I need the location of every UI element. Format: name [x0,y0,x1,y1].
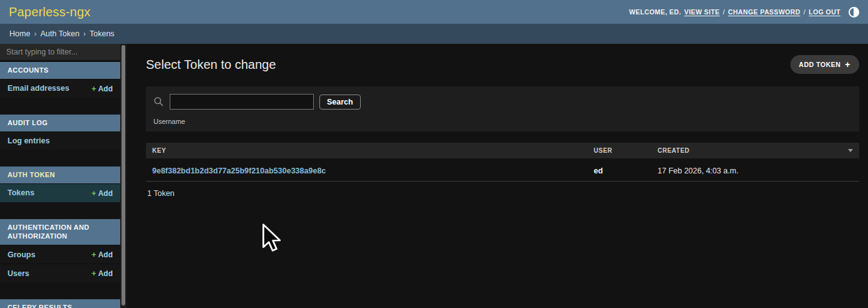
table-header-row: KEY USER CREATED [146,143,859,160]
theme-toggle-icon[interactable] [849,7,859,18]
sidebar-section-auth-token: AUTH TOKEN Tokens +Add [0,167,120,202]
sidebar: ACCOUNTS Email addresses +Add AUDIT LOG … [0,44,127,308]
sidebar-item-email-addresses[interactable]: Email addresses +Add [0,79,120,98]
add-group-link[interactable]: +Add [91,250,113,259]
sidebar-section-header-auth-token[interactable]: AUTH TOKEN [0,167,120,183]
token-user-cell: ed [587,160,651,182]
paperless-admin-window: Paperless-ngx WELCOME, ED. VIEW SITE / C… [0,0,868,308]
search-icon [153,96,164,107]
sidebar-item-users[interactable]: Users +Add [0,264,120,282]
logout-link[interactable]: LOG OUT [809,8,840,16]
top-header: Paperless-ngx WELCOME, ED. VIEW SITE / C… [0,0,868,24]
breadcrumb-current: Tokens [90,29,115,38]
page-title: Select Token to change [146,58,276,72]
user-tools: WELCOME, ED. VIEW SITE / CHANGE PASSWORD… [629,7,859,18]
sidebar-section-header-celery-results[interactable]: CELERY RESULTS [0,299,120,308]
search-help-text: Username [153,118,852,125]
users-link[interactable]: Users [8,269,29,278]
main-content: Select Token to change ADD TOKEN+ Search… [127,44,868,308]
search-input[interactable] [170,94,314,110]
plus-icon: + [91,188,96,198]
tokens-link[interactable]: Tokens [8,188,34,197]
plus-icon: + [91,250,96,259]
sidebar-item-log-entries[interactable]: Log entries [0,131,120,150]
token-created-cell: 17 Feb 2026, 4:03 a.m. [651,160,859,182]
token-key-link[interactable]: 9e8f382bd1b2d3d77a25b9f210ab530e338a9e8c [152,167,326,175]
sidebar-scrollbar-thumb[interactable] [121,45,125,305]
change-password-link[interactable]: CHANGE PASSWORD [728,8,800,16]
breadcrumb-auth-token[interactable]: Auth Token [41,29,80,38]
plus-icon: + [91,84,96,93]
column-header-key[interactable]: KEY [146,143,587,160]
link-separator: / [803,8,805,16]
link-separator: / [723,8,725,16]
sidebar-section-header-authentication[interactable]: AUTHENTICATION AND AUTHORIZATION [0,219,120,245]
table-row: 9e8f382bd1b2d3d77a25b9f210ab530e338a9e8c… [146,160,859,182]
log-entries-link[interactable]: Log entries [8,136,49,145]
sidebar-section-celery-results: CELERY RESULTS [0,299,120,308]
app-title-link[interactable]: Paperless-ngx [9,5,90,19]
search-panel: Search Username [146,86,859,131]
sort-descending-icon[interactable] [848,149,853,152]
sidebar-filter-input[interactable] [0,44,120,61]
add-user-link[interactable]: +Add [91,269,113,278]
tokens-table: KEY USER CREATED 9e8f382bd1b2d3d77a25b9f… [146,143,859,182]
result-count: 1 Token [146,182,859,205]
sidebar-section-header-audit-log[interactable]: AUDIT LOG [0,115,120,131]
view-site-link[interactable]: VIEW SITE [685,8,720,16]
groups-link[interactable]: Groups [8,250,35,259]
plus-icon: + [91,269,96,278]
breadcrumb: Home › Auth Token › Tokens [0,24,868,44]
sidebar-item-groups[interactable]: Groups +Add [0,245,120,264]
column-header-created[interactable]: CREATED [651,143,859,160]
email-addresses-link[interactable]: Email addresses [8,84,70,93]
sidebar-scrollbar [120,44,127,308]
welcome-text: WELCOME, ED. [629,8,681,16]
sidebar-section-audit-log: AUDIT LOG Log entries [0,115,120,150]
add-token-button[interactable]: ADD TOKEN+ [790,55,859,74]
add-email-address-link[interactable]: +Add [91,84,113,93]
breadcrumb-home[interactable]: Home [9,29,30,38]
breadcrumb-separator: › [34,29,36,38]
sidebar-item-tokens[interactable]: Tokens +Add [0,183,120,202]
breadcrumb-separator: › [83,29,86,38]
sidebar-section-authentication: AUTHENTICATION AND AUTHORIZATION Groups … [0,219,120,283]
column-header-user[interactable]: USER [587,143,651,160]
add-token-link[interactable]: +Add [91,188,113,198]
search-button[interactable]: Search [319,95,361,110]
sidebar-section-accounts: ACCOUNTS Email addresses +Add [0,62,120,98]
sidebar-section-header-accounts[interactable]: ACCOUNTS [0,62,120,79]
plus-icon: + [845,61,850,68]
